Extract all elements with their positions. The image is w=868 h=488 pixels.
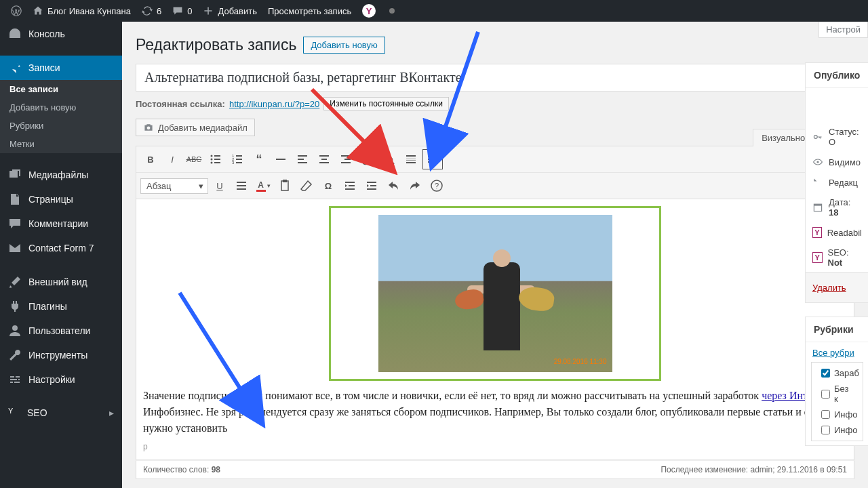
italic-button[interactable]: I bbox=[162, 149, 182, 169]
mail-icon bbox=[8, 241, 22, 255]
svg-point-2 bbox=[12, 325, 18, 331]
underline-button[interactable]: U bbox=[210, 176, 230, 196]
wp-logo[interactable] bbox=[5, 0, 27, 22]
category-checkbox[interactable] bbox=[821, 369, 830, 378]
indent-button[interactable] bbox=[361, 176, 382, 196]
category-item[interactable]: Без к bbox=[812, 381, 863, 407]
bullet-list-button[interactable] bbox=[205, 149, 226, 169]
menu-appearance[interactable]: Внешний вид bbox=[0, 270, 122, 294]
menu-tools[interactable]: Инструменты bbox=[0, 343, 122, 367]
updates-link[interactable]: 6 bbox=[136, 0, 167, 22]
category-checkbox[interactable] bbox=[821, 426, 830, 434]
menu-contact[interactable]: Contact Form 7 bbox=[0, 236, 122, 260]
svg-rect-15 bbox=[236, 162, 242, 163]
post-body-text: Значение подписной базы понимают все, в … bbox=[143, 388, 847, 436]
svg-rect-23 bbox=[341, 155, 351, 157]
category-item[interactable]: Инфо bbox=[812, 407, 863, 422]
editor: Визуально Текст B I ABC 123 “ bbox=[136, 146, 854, 479]
eraser-icon bbox=[300, 179, 313, 192]
path-indicator: p bbox=[143, 441, 847, 453]
unlink-button[interactable] bbox=[379, 149, 399, 169]
strike-button[interactable]: ABC bbox=[184, 149, 204, 169]
trash-link[interactable]: Удалить bbox=[806, 276, 868, 300]
bold-button[interactable]: B bbox=[140, 149, 161, 169]
text-color-button[interactable]: A▾ bbox=[253, 176, 273, 196]
format-select[interactable]: Абзац bbox=[140, 178, 208, 194]
categories-tab-all[interactable]: Все рубри bbox=[806, 342, 868, 358]
yoast-link[interactable]: Y bbox=[357, 0, 381, 22]
number-list-button[interactable]: 123 bbox=[227, 149, 248, 169]
hr-button[interactable] bbox=[271, 149, 291, 169]
editor-body[interactable]: 29.08.2016 11:30 Значение подписной базы… bbox=[136, 199, 854, 460]
help-button[interactable]: ? bbox=[427, 176, 447, 196]
justify-button[interactable] bbox=[231, 176, 252, 196]
pin-icon bbox=[8, 61, 22, 75]
align-center-button[interactable] bbox=[314, 149, 334, 169]
unlink-icon bbox=[382, 152, 396, 166]
menu-seo[interactable]: Y SEO ▸ bbox=[0, 401, 122, 424]
comment-icon bbox=[172, 5, 183, 16]
yoast-badge-icon: Y bbox=[812, 227, 822, 238]
clipboard-icon bbox=[278, 179, 292, 192]
align-center-icon bbox=[317, 152, 331, 166]
outdent-button[interactable] bbox=[340, 176, 360, 196]
submenu-add-post[interactable]: Добавить новую bbox=[0, 98, 122, 117]
yoast-menu-icon: Y bbox=[8, 407, 20, 419]
comments-link[interactable]: 0 bbox=[167, 0, 197, 22]
quote-button[interactable]: “ bbox=[249, 149, 269, 169]
plug-icon bbox=[8, 300, 22, 313]
menu-dashboard[interactable]: Консоль bbox=[0, 22, 122, 46]
menu-settings[interactable]: Настройки bbox=[0, 367, 122, 392]
menu-posts[interactable]: Записи bbox=[0, 56, 122, 80]
add-media-button[interactable]: Добавить медиафайл bbox=[136, 119, 255, 136]
edit-permalinks-button[interactable]: Изменить постоянные ссылки bbox=[323, 97, 449, 110]
svg-rect-16 bbox=[276, 159, 285, 160]
clear-format-button[interactable] bbox=[296, 176, 317, 196]
category-checkbox[interactable] bbox=[821, 390, 830, 399]
paste-text-button[interactable] bbox=[275, 176, 295, 196]
svg-rect-29 bbox=[406, 162, 416, 163]
submenu-categories[interactable]: Рубрики bbox=[0, 117, 122, 135]
add-new-link[interactable]: Добавить bbox=[197, 0, 262, 22]
submenu-tags[interactable]: Метки bbox=[0, 135, 122, 153]
category-item[interactable]: Зараб bbox=[812, 365, 863, 381]
link-button[interactable] bbox=[357, 149, 378, 169]
post-title-input[interactable] bbox=[136, 64, 854, 92]
categories-box: Рубрики Все рубри Зараб Без к Инфо Инфо bbox=[805, 317, 868, 446]
updates-count: 6 bbox=[157, 6, 161, 16]
menu-comments[interactable]: Комментарии bbox=[0, 211, 122, 236]
redo-icon bbox=[408, 179, 422, 192]
undo-button[interactable] bbox=[383, 176, 403, 196]
toolbar-toggle-button[interactable] bbox=[422, 149, 443, 169]
more-button[interactable] bbox=[401, 149, 421, 169]
yoast-status-dot[interactable] bbox=[381, 0, 403, 22]
svg-rect-39 bbox=[283, 180, 287, 182]
svg-rect-27 bbox=[406, 159, 416, 159]
screen-options-tab[interactable]: Настрой bbox=[818, 22, 868, 38]
post-image-selection[interactable]: 29.08.2016 11:30 bbox=[329, 206, 661, 381]
align-right-button[interactable] bbox=[336, 149, 356, 169]
category-checkbox[interactable] bbox=[821, 410, 830, 419]
category-item[interactable]: Инфо bbox=[812, 422, 863, 438]
eye-icon bbox=[812, 157, 823, 167]
page-icon bbox=[8, 192, 22, 206]
revisions-row: Редакц bbox=[806, 172, 868, 192]
permalink-url[interactable]: http://ikunpan.ru/?p=20 bbox=[229, 99, 319, 109]
help-icon: ? bbox=[430, 179, 443, 192]
add-new-button[interactable]: Добавить новую bbox=[303, 37, 384, 54]
sliders-icon bbox=[8, 373, 22, 386]
view-post-link[interactable]: Просмотреть запись bbox=[262, 0, 357, 22]
align-left-button[interactable] bbox=[292, 149, 313, 169]
submenu-all-posts[interactable]: Все записи bbox=[0, 80, 122, 98]
menu-media[interactable]: Медиафайлы bbox=[0, 163, 122, 187]
redo-button[interactable] bbox=[405, 176, 425, 196]
menu-users[interactable]: Пользователи bbox=[0, 319, 122, 343]
media-icon bbox=[8, 168, 22, 182]
menu-plugins[interactable]: Плагины bbox=[0, 294, 122, 319]
special-char-button[interactable]: Ω bbox=[318, 176, 338, 196]
menu-pages[interactable]: Страницы bbox=[0, 187, 122, 211]
dot-icon bbox=[387, 5, 397, 16]
site-name-link[interactable]: Блог Ивана Кунпана bbox=[27, 0, 136, 22]
svg-rect-21 bbox=[321, 159, 327, 160]
svg-rect-44 bbox=[370, 185, 376, 186]
